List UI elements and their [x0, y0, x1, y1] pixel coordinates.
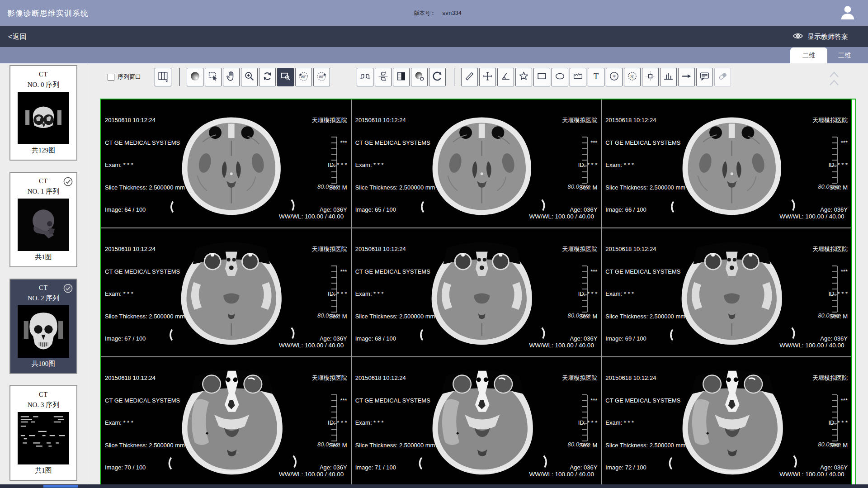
histogram-button[interactable]: [660, 68, 677, 86]
ct-viewport[interactable]: 20150618 10:12:24 CT GE MEDICAL SYSTEMS …: [352, 357, 601, 485]
measure-angle-button[interactable]: [497, 68, 514, 86]
rot90r-icon: 90°: [316, 71, 327, 83]
app-header: 影像诊断思维实训系统 版本号：svn334: [0, 0, 868, 26]
patient-id-label: ID: * * *: [562, 419, 597, 427]
tab-2d[interactable]: 二维: [790, 47, 827, 63]
hospital-name: 天堰模拟医院: [812, 374, 848, 382]
series-card[interactable]: CT NO. 0 序列 共129图: [9, 65, 77, 161]
version-value: svn334: [442, 10, 462, 16]
series-window-checkbox[interactable]: [108, 74, 114, 81]
device-name: CT GE MEDICAL SYSTEMS: [605, 268, 685, 276]
invert-button[interactable]: [393, 68, 410, 86]
bottom-scrollbar-thumb[interactable]: [43, 485, 78, 488]
series-card[interactable]: CT NO. 1 序列 共1图: [9, 172, 77, 267]
show-teacher-answer-label: 显示教师答案: [807, 32, 848, 41]
measure-star-button[interactable]: [515, 68, 532, 86]
slice-thickness-label: Slice Thickness: 2.500000 mm: [355, 313, 435, 321]
region-zoom-button[interactable]: [277, 68, 294, 86]
scale-label: 80.0 mm: [568, 312, 591, 320]
series-checked-icon: [63, 283, 73, 294]
localizer-button[interactable]: [642, 68, 659, 86]
layout-select-button[interactable]: [155, 68, 171, 86]
marker-secondary-button[interactable]: 次: [624, 68, 641, 86]
slice-thickness-label: Slice Thickness: 2.500000 mm: [105, 184, 185, 192]
study-datetime: 20150618 10:12:24: [105, 246, 185, 253]
arrow-icon: [681, 71, 692, 83]
study-datetime: 20150618 10:12:24: [105, 117, 185, 124]
viewport-info-topleft: 20150618 10:12:24 CT GE MEDICAL SYSTEMS …: [105, 231, 185, 356]
ct-viewport[interactable]: 20150618 10:12:24 CT GE MEDICAL SYSTEMS …: [101, 99, 351, 227]
study-datetime: 20150618 10:12:24: [605, 117, 685, 124]
hospital-name: 天堰模拟医院: [312, 246, 347, 253]
localizer-icon: [645, 71, 656, 83]
ct-viewport[interactable]: 20150618 10:12:24 CT GE MEDICAL SYSTEMS …: [352, 228, 601, 356]
profile-curve-button[interactable]: [570, 68, 586, 86]
slice-thickness-label: Slice Thickness: 2.500000 mm: [105, 442, 185, 450]
show-teacher-answer-button[interactable]: 显示教师答案: [793, 31, 848, 42]
ct-viewport[interactable]: 20150618 10:12:24 CT GE MEDICAL SYSTEMS …: [602, 228, 851, 356]
measure-cross-button[interactable]: [479, 68, 496, 86]
viewer-scrollbar[interactable]: [851, 99, 855, 485]
scale-label: 80.0 mm: [317, 441, 340, 449]
ct-viewport[interactable]: 20150618 10:12:24 CT GE MEDICAL SYSTEMS …: [602, 99, 851, 227]
device-name: CT GE MEDICAL SYSTEMS: [105, 397, 185, 405]
series-card[interactable]: CT NO. 2 序列 共100图: [9, 279, 77, 374]
back-button[interactable]: <返回: [8, 32, 27, 41]
measure-line-button[interactable]: [461, 68, 478, 86]
hospital-name: 天堰模拟医院: [812, 117, 848, 124]
marker-main-button[interactable]: 主: [606, 68, 623, 86]
eraser-icon: [717, 71, 728, 83]
refresh-rotate-button[interactable]: [259, 68, 276, 86]
flip-horizontal-button[interactable]: [357, 68, 373, 86]
window-level-label: WW/WL: 100.00 / 40.00: [779, 342, 844, 350]
ct-viewport[interactable]: 20150618 10:12:24 CT GE MEDICAL SYSTEMS …: [101, 228, 351, 356]
image-index-label: Image: 68 / 100: [355, 335, 435, 343]
hospital-name: 天堰模拟医院: [812, 246, 848, 253]
exam-label: Exam: * * *: [355, 290, 435, 298]
hospital-name: 天堰模拟医院: [312, 117, 347, 124]
image-index-label: Image: 65 / 100: [355, 206, 435, 214]
series-window-toggle[interactable]: 序列窗口: [108, 73, 141, 81]
arrow-annotation-button[interactable]: [678, 68, 695, 86]
roi-ellipse-button[interactable]: [552, 68, 568, 86]
text-annotation-button[interactable]: T: [588, 68, 604, 86]
patient-id-label: ID: * * *: [812, 161, 848, 169]
series-title: NO. 2 序列: [10, 294, 76, 303]
reset-button[interactable]: [429, 68, 446, 86]
rotate-90-ccw-button[interactable]: 90°: [295, 68, 312, 86]
slice-thickness-label: Slice Thickness: 2.500000 mm: [605, 184, 685, 192]
study-datetime: 20150618 10:12:24: [105, 374, 185, 382]
zoom-in-button[interactable]: [241, 68, 258, 86]
roi-rectangle-button[interactable]: [533, 68, 550, 86]
user-avatar-button[interactable]: [838, 4, 857, 23]
exam-label: Exam: * * *: [605, 161, 685, 169]
eraser-button[interactable]: [714, 68, 731, 86]
scale-label: 80.0 mm: [317, 183, 340, 191]
ct-viewport[interactable]: 20150618 10:12:24 CT GE MEDICAL SYSTEMS …: [352, 99, 601, 227]
window-preset-button[interactable]: [411, 68, 428, 86]
svg-text:90°: 90°: [301, 75, 307, 79]
scale-label: 80.0 mm: [818, 441, 841, 449]
reset-icon: [432, 71, 443, 83]
tab-3d[interactable]: 三维: [827, 47, 862, 63]
collapse-panel-chevron-icon[interactable]: [829, 70, 840, 90]
patient-id-label: ID: * * *: [562, 161, 597, 169]
viewport-info-topright: 天堰模拟医院 *** ID: * * * Sex: M Age: 036Y: [812, 102, 848, 227]
hospital-name: 天堰模拟医院: [562, 246, 597, 253]
slice-thickness-label: Slice Thickness: 2.500000 mm: [105, 313, 185, 321]
ct-viewport[interactable]: 20150618 10:12:24 CT GE MEDICAL SYSTEMS …: [101, 357, 351, 485]
viewport-info-topleft: 20150618 10:12:24 CT GE MEDICAL SYSTEMS …: [605, 360, 685, 485]
fliph-icon: [359, 71, 371, 83]
series-card[interactable]: CT NO. 3 序列 共1图: [9, 385, 77, 481]
device-name: CT GE MEDICAL SYSTEMS: [605, 139, 685, 147]
series-thumbnail: [18, 199, 69, 251]
pan-button[interactable]: [223, 68, 240, 86]
rect-select-button[interactable]: [205, 68, 222, 86]
comment-button[interactable]: [696, 68, 713, 86]
image-index-label: Image: 67 / 100: [105, 335, 185, 343]
window-level-ball-button[interactable]: [187, 68, 203, 86]
rotate-90-cw-button[interactable]: 90°: [313, 68, 330, 86]
viewport-info-topright: 天堰模拟医院 *** ID: * * * Sex: M Age: 036Y: [562, 360, 597, 485]
ct-viewport[interactable]: 20150618 10:12:24 CT GE MEDICAL SYSTEMS …: [602, 357, 851, 485]
flip-vertical-button[interactable]: [375, 68, 392, 86]
